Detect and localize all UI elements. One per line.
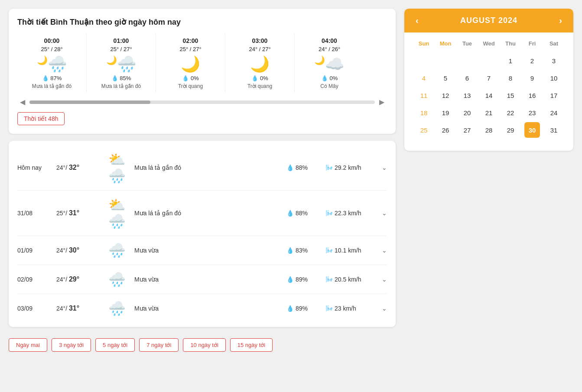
forecast-humidity: 💧83% — [286, 247, 321, 254]
forecast-row: 01/09 24°/ 30° 🌧️ Mưa vừa 💧83% 🌬️10.1 km… — [17, 236, 387, 265]
cal-day[interactable]: 7 — [481, 70, 497, 86]
cal-day[interactable]: 11 — [416, 87, 432, 103]
cal-day[interactable]: 6 — [459, 70, 475, 86]
drop-icon: 💧 — [286, 164, 294, 171]
drop-icon: 💧 — [286, 276, 294, 283]
drop-icon: 💧 — [286, 305, 294, 312]
hourly-temp: 25° / 28° — [23, 46, 81, 52]
hourly-rain: 💧 0% — [231, 75, 289, 81]
forecast-temp: 24°/ 31° — [56, 305, 100, 312]
cal-day[interactable]: 27 — [459, 122, 475, 138]
forecast-humidity: 💧89% — [286, 305, 321, 312]
forecast-card: Hôm nay 24°/ 32° ⛅🌧️ Mưa lá tả gần đó 💧8… — [9, 141, 396, 327]
cal-weekday-wed: Wed — [478, 37, 500, 50]
cal-weekday-sat: Sat — [543, 37, 565, 50]
forecast-row: 03/09 24°/ 31° 🌧️ Mưa vừa 💧89% 🌬️23 km/h… — [17, 294, 387, 323]
cal-day[interactable]: 29 — [503, 122, 518, 138]
cal-day[interactable]: 14 — [481, 87, 497, 103]
hourly-desc: Trời quang — [161, 83, 220, 89]
chevron-down-icon[interactable]: ⌄ — [382, 210, 387, 217]
hourly-desc: Mưa lá tả gần đó — [92, 83, 150, 89]
cal-day[interactable]: 30 — [524, 122, 540, 138]
next-month-button[interactable]: › — [556, 16, 565, 26]
scroll-right-icon[interactable]: ▶ — [377, 97, 387, 107]
forecast-wind: 🌬️29.2 km/h — [325, 164, 377, 171]
calendar-card: ‹ AUGUST 2024 › SunMonTueWedThuFriSat 12… — [404, 9, 573, 151]
forecast-desc: Mưa vừa — [134, 276, 282, 283]
cal-weekday-mon: Mon — [435, 37, 456, 50]
cal-day[interactable]: 10 — [546, 70, 562, 86]
scroll-track[interactable] — [29, 100, 375, 104]
cal-day[interactable]: 2 — [524, 53, 540, 68]
cal-day[interactable]: 1 — [503, 53, 518, 68]
cal-day[interactable]: 22 — [503, 105, 518, 120]
cal-day[interactable]: 23 — [524, 105, 540, 120]
forecast-wind: 🌬️10.1 km/h — [325, 247, 377, 254]
cal-day[interactable]: 3 — [546, 53, 562, 68]
cal-day[interactable]: 15 — [503, 87, 518, 103]
btn-48h[interactable]: Thời tiết 48h — [17, 112, 65, 125]
forecast-humidity: 💧89% — [286, 276, 321, 283]
hourly-items: 00:00 25° / 28° 🌙🌧️ 💧 87% Mưa lá tả gần … — [17, 34, 387, 93]
chevron-down-icon[interactable]: ⌄ — [382, 276, 387, 283]
quick-nav-button[interactable]: 3 ngày tới — [52, 338, 91, 352]
hourly-scroll-wrapper[interactable]: 00:00 25° / 28° 🌙🌧️ 💧 87% Mưa lá tả gần … — [17, 34, 387, 93]
hourly-icon: 🌙☁️ — [300, 55, 359, 73]
cal-weekdays: SunMonTueWedThuFriSat — [413, 37, 565, 50]
cal-weekday-fri: Fri — [521, 37, 543, 50]
cal-day[interactable]: 9 — [524, 70, 540, 86]
cal-day[interactable]: 13 — [459, 87, 475, 103]
hourly-item: 04:00 24° / 26° 🌙☁️ 💧 0% Có Mây — [295, 34, 364, 93]
quick-nav-button[interactable]: Ngày mai — [9, 338, 47, 352]
hourly-rain: 💧 0% — [161, 75, 220, 81]
cal-day[interactable]: 25 — [416, 122, 432, 138]
hourly-item: 01:00 25° / 27° 🌙🌧️ 💧 85% Mưa lá tả gần … — [87, 34, 156, 93]
scroll-left-icon[interactable]: ◀ — [17, 97, 28, 107]
cal-day[interactable]: 31 — [546, 122, 562, 138]
quick-nav-button[interactable]: 5 ngày tới — [95, 338, 135, 352]
cal-day[interactable]: 17 — [546, 87, 562, 103]
chevron-down-icon[interactable]: ⌄ — [382, 247, 387, 254]
hourly-rain: 💧 87% — [23, 75, 81, 81]
calendar-header: ‹ AUGUST 2024 › — [404, 9, 573, 32]
quick-nav-button[interactable]: 15 ngày tới — [230, 338, 273, 352]
hourly-item: 00:00 25° / 28° 🌙🌧️ 💧 87% Mưa lá tả gần … — [17, 34, 87, 93]
scrollbar-row: ◀ ▶ — [17, 97, 387, 107]
cal-day[interactable]: 24 — [546, 105, 562, 120]
quick-nav: Ngày mai3 ngày tới5 ngày tới7 ngày tới10… — [9, 334, 396, 356]
hourly-rain: 💧 0% — [300, 75, 359, 81]
cal-day[interactable]: 26 — [438, 122, 453, 138]
cal-day[interactable]: 19 — [438, 105, 453, 120]
hourly-item: 02:00 25° / 27° 🌙 💧 0% Trời quang — [156, 34, 225, 93]
cal-day[interactable]: 12 — [438, 87, 453, 103]
cal-day[interactable]: 5 — [438, 70, 453, 86]
forecast-icon: 🌧️ — [104, 242, 130, 259]
forecast-row: 02/09 24°/ 29° 🌧️ Mưa vừa 💧89% 🌬️20.5 km… — [17, 265, 387, 294]
cal-day[interactable]: 21 — [481, 105, 497, 120]
wind-icon: 🌬️ — [325, 164, 333, 171]
cal-day[interactable]: 8 — [503, 70, 518, 86]
forecast-temp: 25°/ 31° — [56, 209, 100, 217]
hourly-icon: 🌙 — [231, 55, 289, 73]
cal-weekday-sun: Sun — [413, 37, 435, 50]
prev-month-button[interactable]: ‹ — [413, 16, 421, 26]
cal-day[interactable]: 18 — [416, 105, 432, 120]
drop-icon: 💧 — [286, 247, 294, 254]
cal-day[interactable]: 20 — [459, 105, 475, 120]
chevron-down-icon[interactable]: ⌄ — [382, 305, 387, 312]
hourly-desc: Có Mây — [300, 83, 359, 89]
chevron-down-icon[interactable]: ⌄ — [382, 164, 387, 171]
forecast-desc: Mưa vừa — [134, 247, 282, 254]
forecast-icon: 🌧️ — [104, 300, 130, 317]
cal-day[interactable]: 28 — [481, 122, 497, 138]
forecast-date: 01/09 — [17, 247, 52, 254]
forecast-temp: 24°/ 30° — [56, 246, 100, 254]
hourly-time: 01:00 — [92, 37, 150, 44]
month-title: AUGUST 2024 — [460, 16, 517, 25]
forecast-humidity: 💧88% — [286, 164, 321, 171]
quick-nav-button[interactable]: 7 ngày tới — [139, 338, 179, 352]
cal-day[interactable]: 4 — [416, 70, 432, 86]
quick-nav-button[interactable]: 10 ngày tới — [183, 338, 225, 352]
cal-day[interactable]: 16 — [524, 87, 540, 103]
forecast-desc: Mưa vừa — [134, 305, 282, 312]
